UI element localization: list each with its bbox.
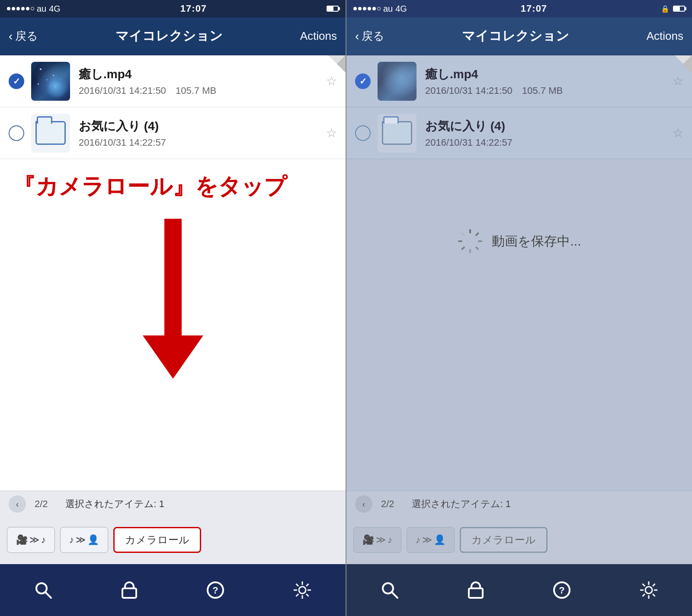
left-checkbox-video[interactable]: ✓ (9, 73, 24, 89)
left-chevron-icon: ‹ (9, 29, 13, 43)
left-actions-button[interactable]: Actions (300, 29, 337, 43)
left-folder-meta: 2016/10/31 14:22:57 (79, 137, 326, 148)
right-file-item-folder: お気に入り (4) 2016/10/31 14:22:57 ☆ (346, 107, 692, 159)
right-prev-icon: ‹ (362, 499, 365, 509)
right-folder-name: お気に入り (4) (425, 118, 673, 134)
dot-5 (26, 7, 29, 10)
left-audio-convert-btn[interactable]: ♪ ≫ 👤 (60, 527, 108, 553)
instruction-text: 『カメラロール』をタップ (13, 172, 333, 201)
left-nav-help[interactable]: ? (206, 581, 225, 600)
left-video-icon: 🎥 (16, 534, 28, 546)
left-back-label[interactable]: 戻る (15, 29, 38, 44)
svg-line-12 (306, 584, 309, 587)
right-nav-help[interactable]: ? (552, 581, 571, 600)
right-back-label[interactable]: 戻る (362, 29, 384, 44)
left-video-star[interactable]: ☆ (326, 74, 337, 88)
left-checkbox-folder[interactable] (9, 125, 24, 141)
right-page-info: 2/2 (381, 498, 394, 510)
left-nav-bar: ‹ 戻る マイコレクション Actions (0, 17, 346, 55)
right-status-right: 🔒 (661, 5, 685, 13)
left-prev-icon: ‹ (16, 499, 19, 509)
left-nav-settings[interactable] (293, 581, 312, 600)
right-folder-thumbnail (378, 114, 416, 153)
left-file-item-folder[interactable]: お気に入り (4) 2016/10/31 14:22:57 ☆ (0, 107, 346, 159)
right-person-icon: 👤 (434, 534, 445, 546)
svg-rect-24 (461, 232, 465, 236)
left-convert2-icon: ≫ (76, 534, 86, 546)
left-nav-title: マイコレクション (115, 27, 223, 45)
loading-spinner (457, 228, 483, 254)
right-nav-lock[interactable] (467, 581, 484, 600)
left-toolbar: ‹ 2/2 選択されたアイテム: 1 🎥 ≫ ♪ ♪ ≫ 👤 カメラロール (0, 491, 346, 564)
right-folder-date: 2016/10/31 14:22:57 (425, 137, 513, 148)
r-dot-5 (372, 7, 376, 10)
right-video-convert-btn: 🎥 ≫ ♪ (353, 527, 401, 553)
svg-line-1 (45, 592, 51, 598)
left-video-size: 105.7 MB (176, 85, 216, 96)
left-video-convert-btn[interactable]: 🎥 ≫ ♪ (7, 527, 55, 553)
right-video-name: 癒し.mp4 (425, 66, 673, 83)
left-selected-info: 選択されたアイテム: 1 (65, 498, 164, 511)
left-video-info: 癒し.mp4 2016/10/31 14:21:50 105.7 MB (79, 66, 326, 96)
svg-rect-22 (461, 246, 465, 250)
svg-line-26 (392, 592, 397, 598)
right-folder-meta: 2016/10/31 14:22:57 (425, 137, 673, 148)
svg-line-38 (642, 594, 645, 597)
right-nav-settings[interactable] (639, 581, 658, 600)
r-dot-2 (358, 7, 362, 10)
left-status-left: au 4G (7, 4, 61, 14)
signal-dots (7, 7, 34, 10)
left-nav-search[interactable] (34, 581, 53, 600)
svg-line-10 (296, 584, 298, 587)
left-back-button[interactable]: ‹ 戻る (9, 29, 38, 44)
left-bottom-nav: ? (0, 564, 346, 616)
left-battery-fill (327, 6, 333, 11)
right-lock-icon: 🔒 (661, 5, 670, 13)
dot-6 (31, 7, 34, 10)
right-bottom-nav: ? (346, 564, 692, 616)
right-signal-dots (353, 7, 381, 10)
right-loading-area: 動画を保存中... (346, 202, 692, 280)
left-camera-roll-button[interactable]: カメラロール (113, 527, 201, 553)
right-video-date: 2016/10/31 14:21:50 (425, 85, 513, 96)
left-file-item-video[interactable]: ✓ (0, 55, 346, 107)
right-video-thumbnail (378, 62, 416, 101)
left-folder-info: お気に入り (4) 2016/10/31 14:22:57 (79, 118, 326, 148)
svg-rect-27 (469, 588, 483, 598)
right-video-star: ☆ (673, 74, 683, 88)
right-video-meta: 2016/10/31 14:21:50 105.7 MB (425, 85, 673, 96)
right-status-bar: au 4G 17:07 🔒 (346, 0, 692, 17)
spinner-svg (457, 228, 483, 254)
left-battery (327, 6, 339, 12)
right-nav-search[interactable] (380, 581, 399, 600)
left-status-right (327, 6, 339, 12)
left-prev-button[interactable]: ‹ (9, 495, 26, 513)
dot-4 (21, 7, 25, 10)
left-time: 17:07 (180, 3, 207, 14)
lock-icon (121, 581, 138, 600)
right-back-button[interactable]: ‹ 戻る (355, 29, 384, 44)
left-music-icon: ♪ (41, 534, 46, 546)
right-help-icon: ? (552, 581, 571, 600)
right-nav-bar: ‹ 戻る マイコレクション Actions (346, 17, 692, 55)
left-folder-star[interactable]: ☆ (326, 126, 337, 140)
search-icon (34, 581, 53, 600)
right-folder-icon-box (378, 114, 416, 153)
settings-icon (293, 581, 312, 600)
svg-line-35 (642, 584, 645, 587)
right-actions-button[interactable]: Actions (647, 29, 683, 43)
right-folder-shape (382, 121, 412, 145)
dot-3 (16, 7, 20, 10)
help-icon: ? (206, 581, 225, 600)
instruction-area: 『カメラロール』をタップ (0, 159, 346, 392)
right-settings-icon (639, 581, 658, 600)
left-nav-lock[interactable] (121, 581, 138, 600)
folder-shape (35, 121, 66, 145)
svg-text:?: ? (559, 585, 564, 596)
right-toolbar-info: ‹ 2/2 選択されたアイテム: 1 (346, 491, 692, 515)
right-screen: au 4G 17:07 🔒 ‹ 戻る マイコレクション Actions (346, 0, 692, 616)
r-dot-1 (353, 7, 357, 10)
r-dot-6 (377, 7, 381, 10)
svg-rect-21 (469, 249, 471, 253)
right-audio-convert-btn: ♪ ≫ 👤 (407, 527, 455, 553)
